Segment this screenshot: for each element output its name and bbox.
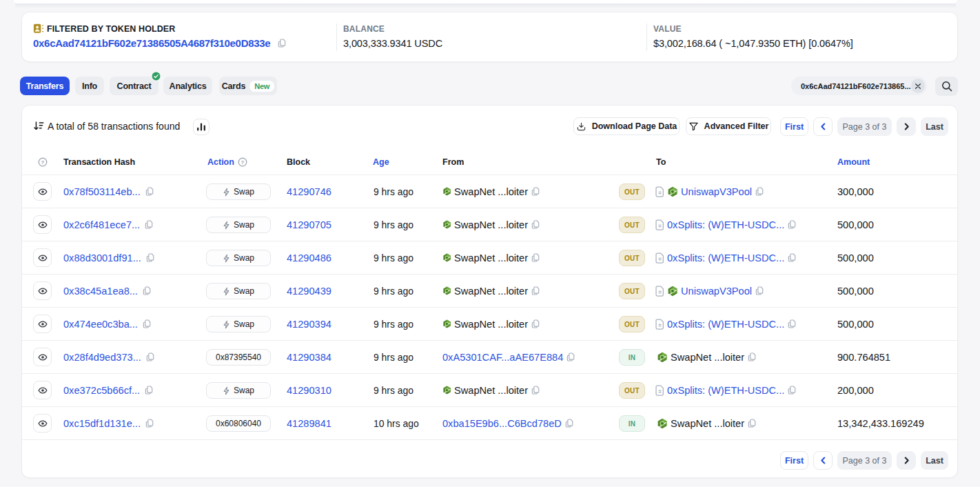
svg-text:?: ? [41,159,45,166]
svg-text:?: ? [241,159,244,166]
